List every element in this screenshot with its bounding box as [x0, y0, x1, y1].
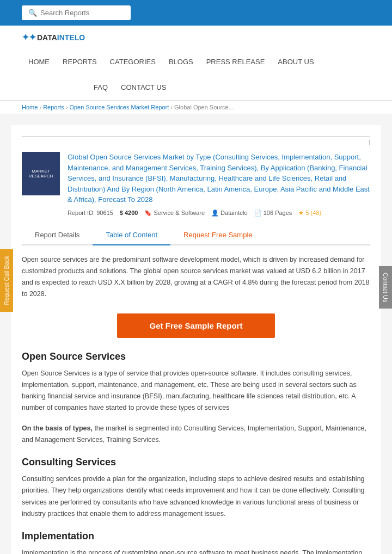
report-header: MARKET RESEARCH Global Open Source Servi… [22, 152, 370, 217]
report-pages: 📄 106 Pages [254, 210, 292, 217]
nav-items-row1: HOME REPORTS CATEGORIES BLOGS PRESS RELE… [22, 49, 321, 75]
tab-table-of-content[interactable]: Table of Content [93, 225, 170, 245]
report-category: 🔖 Service & Software [144, 210, 205, 217]
logo-data: DATA [37, 33, 57, 42]
report-id: Report ID: 90615 [68, 210, 113, 216]
logo[interactable]: ✦✦ DATA INTELO [22, 26, 85, 49]
nav-faq[interactable]: FAQ [87, 75, 114, 100]
top-bar: 🔍 [0, 0, 392, 26]
nav-row2: FAQ CONTACT US [22, 75, 370, 100]
report-publisher: 👤 Dataintelo [211, 210, 248, 217]
request-callback-tab[interactable]: Request Call Back [0, 249, 13, 312]
report-price: $ 4200 [120, 210, 138, 216]
tab-request-free-sample[interactable]: Request Free Sample [170, 225, 265, 245]
get-free-sample-button[interactable]: Get Free Sample Report [117, 313, 275, 338]
nav-categories[interactable]: CATEGORIES [103, 49, 162, 75]
nav-home[interactable]: HOME [22, 49, 56, 75]
main-container: | MARKET RESEARCH Global Open Source Ser… [11, 125, 381, 554]
logo-symbol: ✦✦ [22, 32, 36, 42]
nav-blogs[interactable]: BLOGS [162, 49, 200, 75]
tabs-container: Report Details Table of Content Request … [22, 225, 370, 245]
search-input[interactable] [40, 9, 124, 17]
search-icon: 🔍 [28, 9, 37, 17]
logo-intelo: INTELO [57, 33, 85, 42]
intro-text: Open source services are the predominant… [22, 254, 370, 300]
nav-press[interactable]: PRESS RELEASE [200, 49, 272, 75]
section1-heading: Open Source Services [22, 351, 370, 362]
breadcrumb: Home › Reports › Open Source Services Ma… [0, 101, 392, 114]
report-info: Global Open Source Services Market by Ty… [68, 152, 370, 217]
section2-heading: Consulting Services [22, 457, 370, 468]
report-title: Global Open Source Services Market by Ty… [68, 152, 370, 205]
contact-us-tab[interactable]: Contact Us [379, 266, 392, 309]
report-stars: ★ 5 (48) [298, 210, 321, 217]
nav-contact[interactable]: CONTACT US [114, 75, 173, 100]
section2-para: Consulting services provide a plan for t… [22, 473, 370, 520]
cta-container: Get Free Sample Report [22, 313, 370, 338]
search-box[interactable]: 🔍 [22, 5, 131, 20]
section3-heading: Implementation [22, 531, 370, 542]
nav-reports[interactable]: REPORTS [56, 49, 103, 75]
nav-bar: ✦✦ DATA INTELO HOME REPORTS CATEGORIES B… [0, 26, 392, 101]
section1-bold-text: On the basis of types, the market is seg… [22, 423, 370, 446]
report-thumbnail: MARKET RESEARCH [22, 152, 60, 195]
section3-para: Implementation is the process of customi… [22, 547, 370, 554]
report-meta: Report ID: 90615 $ 4200 🔖 Service & Soft… [68, 210, 370, 217]
section1-para: Open Source Services is a type of servic… [22, 368, 370, 414]
bold-on-basis: On the basis of types, [22, 424, 93, 432]
divider-top: | [22, 136, 370, 145]
nav-about[interactable]: ABOUT US [271, 49, 320, 75]
tab-report-details[interactable]: Report Details [22, 225, 93, 245]
